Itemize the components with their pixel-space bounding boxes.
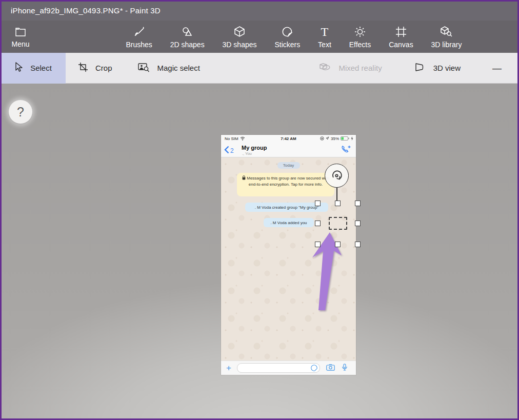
- ribbon-toolbar: Menu Brushes 2D shapes: [0, 21, 519, 53]
- text-button[interactable]: T Text: [318, 26, 331, 49]
- 3d-view-label: 3D view: [433, 64, 461, 72]
- selection-handle-bottom-right[interactable]: [355, 242, 361, 247]
- effects-sun-icon: [354, 26, 366, 38]
- brushes-label: Brushes: [126, 41, 152, 49]
- 3d-view-icon: [415, 63, 426, 73]
- mixed-reality-button: Mixed reality: [319, 62, 382, 74]
- canvas-label: Canvas: [389, 41, 413, 49]
- encryption-notice-bubble: Messages to this group are now secured w…: [237, 173, 334, 196]
- chat-title: My group: [242, 145, 267, 151]
- lock-icon: [242, 175, 246, 180]
- title-bar[interactable]: iPhone_af92b_IMG_0493.PNG* - Paint 3D: [0, 0, 519, 21]
- selection-handle-bottom-left[interactable]: [315, 242, 321, 247]
- whatsapp-chat-area: Today Messages to this group are now sec…: [221, 157, 356, 361]
- text-label: Text: [318, 41, 331, 49]
- window-title: iPhone_af92b_IMG_0493.PNG* - Paint 3D: [11, 6, 161, 15]
- crop-label: Crop: [95, 64, 112, 72]
- canvas-workspace[interactable]: ? No SIM 7:42 AM: [0, 84, 519, 420]
- back-chevron-icon: [224, 146, 229, 156]
- whatsapp-chat-header: 2 My group ., You: [221, 143, 356, 157]
- help-question-mark: ?: [17, 105, 24, 119]
- encryption-notice-text: Messages to this group are now secured w…: [247, 176, 329, 187]
- canvas-frame-icon: [395, 26, 407, 38]
- selection-handle-top-right[interactable]: [355, 201, 361, 206]
- wifi-icon: [240, 136, 245, 142]
- 2d-shapes-label: 2D shapes: [170, 41, 205, 49]
- chat-subtitle: ., You: [242, 151, 252, 156]
- mixed-reality-label: Mixed reality: [338, 64, 382, 72]
- menu-button[interactable]: Menu: [8, 25, 33, 49]
- canvas-button[interactable]: Canvas: [389, 26, 413, 49]
- whatsapp-input-bar: +: [221, 361, 356, 375]
- selection-handle-top-left[interactable]: [315, 201, 321, 206]
- magic-select-icon: [138, 62, 150, 74]
- status-time: 7:42 AM: [281, 136, 296, 141]
- 2d-shapes-icon: [181, 26, 193, 38]
- select-label: Select: [30, 64, 52, 72]
- rotate-icon: [329, 168, 345, 184]
- selection-marquee[interactable]: [329, 217, 347, 230]
- menu-label: Menu: [11, 40, 29, 48]
- location-arrow-icon: [326, 136, 329, 141]
- ribbon-items: Brushes 2D shapes 3D shapes: [117, 24, 471, 50]
- crop-tool-button[interactable]: Crop: [78, 62, 112, 74]
- rotation-handle-stem: [336, 187, 337, 201]
- iphone-status-bar: No SIM 7:42 AM: [221, 135, 356, 143]
- add-call-icon: [341, 145, 351, 156]
- 3d-shapes-button[interactable]: 3D shapes: [223, 26, 257, 49]
- selection-handle-bottom-center[interactable]: [335, 242, 341, 247]
- message-input-field: [237, 363, 320, 373]
- carrier-label: No SIM: [225, 136, 238, 141]
- selection-handle-middle-right[interactable]: [355, 221, 361, 226]
- selection-handle-middle-left[interactable]: [315, 221, 321, 226]
- collapse-ribbon-button[interactable]: —: [492, 66, 502, 71]
- mixed-reality-icon: [319, 62, 331, 74]
- microphone-icon: [342, 364, 347, 373]
- tools-bar: Select Crop Magic select: [0, 53, 519, 84]
- magic-select-label: Magic select: [157, 64, 200, 72]
- brush-icon: [133, 26, 145, 38]
- menu-folder-icon: [14, 26, 27, 37]
- battery-percent: 35%: [331, 136, 339, 141]
- sticker-icon: [311, 365, 317, 371]
- camera-icon: [326, 364, 335, 373]
- date-pill: Today: [277, 162, 300, 169]
- orientation-lock-icon: [320, 136, 324, 142]
- 3d-library-button[interactable]: 3D library: [431, 26, 462, 49]
- select-tool-button[interactable]: Select: [0, 53, 66, 84]
- system-message-added-you: . M Voda added you: [264, 218, 314, 227]
- 3d-view-button[interactable]: 3D view: [415, 63, 461, 73]
- selection-handle-top-center[interactable]: [335, 201, 341, 206]
- rotation-handle[interactable]: [325, 164, 349, 188]
- 3d-library-label: 3D library: [431, 41, 462, 49]
- charging-bolt-icon: [351, 136, 353, 142]
- stickers-label: Stickers: [274, 41, 300, 49]
- 3d-shapes-cube-icon: [233, 26, 246, 38]
- crop-icon: [78, 62, 88, 74]
- stickers-icon: [281, 26, 293, 38]
- brushes-button[interactable]: Brushes: [126, 26, 152, 49]
- effects-label: Effects: [349, 41, 371, 49]
- select-cursor-icon: [14, 62, 23, 74]
- 3d-library-icon: [440, 26, 453, 38]
- stickers-button[interactable]: Stickers: [274, 26, 300, 49]
- text-icon: T: [321, 26, 329, 38]
- effects-button[interactable]: Effects: [349, 26, 371, 49]
- battery-icon: [341, 136, 349, 142]
- attach-plus-icon: +: [226, 364, 231, 372]
- 2d-shapes-button[interactable]: 2D shapes: [170, 26, 205, 49]
- magic-select-tool-button[interactable]: Magic select: [138, 62, 200, 74]
- help-button[interactable]: ?: [9, 100, 32, 124]
- 3d-shapes-label: 3D shapes: [223, 41, 257, 49]
- unread-count: 2: [230, 147, 234, 154]
